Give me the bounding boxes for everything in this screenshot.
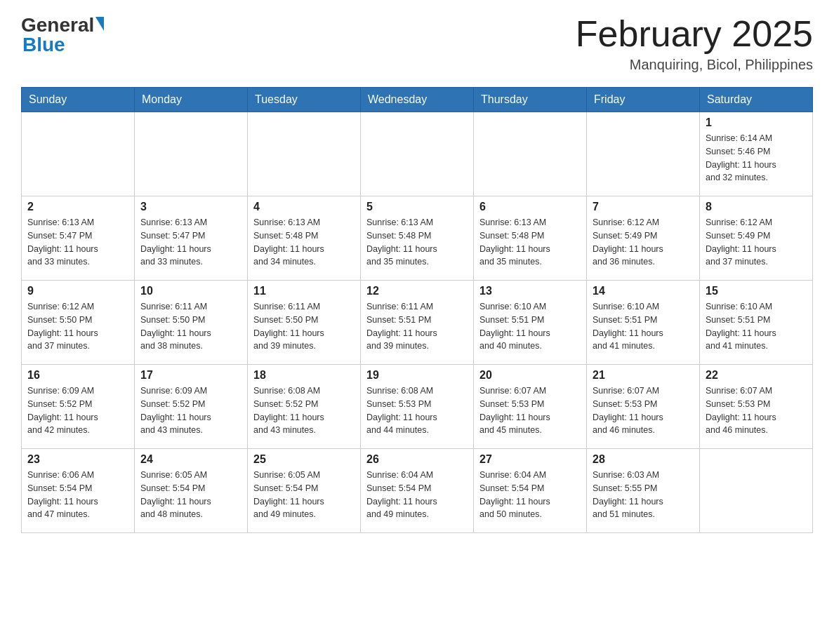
calendar-cell: 12Sunrise: 6:11 AMSunset: 5:51 PMDayligh… xyxy=(361,281,474,365)
day-info: Sunrise: 6:07 AMSunset: 5:53 PMDaylight:… xyxy=(593,384,694,437)
day-info: Sunrise: 6:11 AMSunset: 5:50 PMDaylight:… xyxy=(253,300,355,353)
week-row-1: 1Sunrise: 6:14 AMSunset: 5:46 PMDaylight… xyxy=(22,112,813,196)
calendar-cell: 9Sunrise: 6:12 AMSunset: 5:50 PMDaylight… xyxy=(22,281,135,365)
week-row-3: 9Sunrise: 6:12 AMSunset: 5:50 PMDaylight… xyxy=(22,281,813,365)
day-number: 2 xyxy=(27,201,128,213)
day-info: Sunrise: 6:04 AMSunset: 5:54 PMDaylight:… xyxy=(366,469,468,521)
weekday-header-saturday: Saturday xyxy=(700,88,813,112)
logo-blue-text: Blue xyxy=(22,34,65,55)
day-info: Sunrise: 6:10 AMSunset: 5:51 PMDaylight:… xyxy=(479,300,581,353)
calendar-cell xyxy=(700,449,813,533)
calendar-cell: 8Sunrise: 6:12 AMSunset: 5:49 PMDaylight… xyxy=(700,196,813,281)
calendar-cell: 17Sunrise: 6:09 AMSunset: 5:52 PMDayligh… xyxy=(135,365,248,449)
day-info: Sunrise: 6:07 AMSunset: 5:53 PMDaylight:… xyxy=(706,384,807,437)
weekday-header-sunday: Sunday xyxy=(22,88,135,112)
calendar-cell: 26Sunrise: 6:04 AMSunset: 5:54 PMDayligh… xyxy=(361,449,474,533)
calendar-cell: 19Sunrise: 6:08 AMSunset: 5:53 PMDayligh… xyxy=(361,365,474,449)
calendar-cell: 16Sunrise: 6:09 AMSunset: 5:52 PMDayligh… xyxy=(22,365,135,449)
day-info: Sunrise: 6:12 AMSunset: 5:49 PMDaylight:… xyxy=(593,216,694,269)
day-info: Sunrise: 6:13 AMSunset: 5:48 PMDaylight:… xyxy=(479,216,581,269)
day-number: 1 xyxy=(706,116,807,129)
day-number: 10 xyxy=(140,285,241,297)
day-info: Sunrise: 6:09 AMSunset: 5:52 PMDaylight:… xyxy=(27,384,128,437)
day-info: Sunrise: 6:06 AMSunset: 5:54 PMDaylight:… xyxy=(27,469,128,521)
calendar-cell xyxy=(22,112,135,196)
day-number: 7 xyxy=(593,201,694,213)
weekday-header-tuesday: Tuesday xyxy=(248,88,361,112)
day-number: 13 xyxy=(479,285,581,297)
day-info: Sunrise: 6:12 AMSunset: 5:50 PMDaylight:… xyxy=(27,300,128,353)
day-number: 20 xyxy=(479,369,581,382)
calendar-cell: 7Sunrise: 6:12 AMSunset: 5:49 PMDaylight… xyxy=(587,196,700,281)
day-number: 24 xyxy=(140,453,241,466)
calendar-cell: 22Sunrise: 6:07 AMSunset: 5:53 PMDayligh… xyxy=(700,365,813,449)
calendar-cell: 27Sunrise: 6:04 AMSunset: 5:54 PMDayligh… xyxy=(474,449,587,533)
day-number: 11 xyxy=(253,285,355,297)
day-info: Sunrise: 6:03 AMSunset: 5:55 PMDaylight:… xyxy=(593,469,694,521)
day-info: Sunrise: 6:07 AMSunset: 5:53 PMDaylight:… xyxy=(479,384,581,437)
day-info: Sunrise: 6:13 AMSunset: 5:48 PMDaylight:… xyxy=(253,216,355,269)
calendar-cell: 2Sunrise: 6:13 AMSunset: 5:47 PMDaylight… xyxy=(22,196,135,281)
weekday-header-friday: Friday xyxy=(587,88,700,112)
day-info: Sunrise: 6:09 AMSunset: 5:52 PMDaylight:… xyxy=(140,384,241,437)
day-number: 8 xyxy=(706,201,807,213)
calendar-cell: 20Sunrise: 6:07 AMSunset: 5:53 PMDayligh… xyxy=(474,365,587,449)
title-area: February 2025 Manquiring, Bicol, Philipp… xyxy=(576,14,813,73)
calendar-cell: 23Sunrise: 6:06 AMSunset: 5:54 PMDayligh… xyxy=(22,449,135,533)
day-info: Sunrise: 6:08 AMSunset: 5:53 PMDaylight:… xyxy=(366,384,468,437)
calendar-cell: 1Sunrise: 6:14 AMSunset: 5:46 PMDaylight… xyxy=(700,112,813,196)
day-info: Sunrise: 6:11 AMSunset: 5:50 PMDaylight:… xyxy=(140,300,241,353)
calendar-cell: 14Sunrise: 6:10 AMSunset: 5:51 PMDayligh… xyxy=(587,281,700,365)
day-number: 26 xyxy=(366,453,468,466)
calendar-cell: 10Sunrise: 6:11 AMSunset: 5:50 PMDayligh… xyxy=(135,281,248,365)
day-info: Sunrise: 6:05 AMSunset: 5:54 PMDaylight:… xyxy=(140,469,241,521)
day-number: 25 xyxy=(253,453,355,466)
day-number: 27 xyxy=(479,453,581,466)
calendar-cell xyxy=(587,112,700,196)
calendar-cell: 24Sunrise: 6:05 AMSunset: 5:54 PMDayligh… xyxy=(135,449,248,533)
day-info: Sunrise: 6:13 AMSunset: 5:47 PMDaylight:… xyxy=(140,216,241,269)
weekday-header-monday: Monday xyxy=(135,88,248,112)
calendar-cell: 25Sunrise: 6:05 AMSunset: 5:54 PMDayligh… xyxy=(248,449,361,533)
day-info: Sunrise: 6:05 AMSunset: 5:54 PMDaylight:… xyxy=(253,469,355,521)
week-row-4: 16Sunrise: 6:09 AMSunset: 5:52 PMDayligh… xyxy=(22,365,813,449)
week-row-5: 23Sunrise: 6:06 AMSunset: 5:54 PMDayligh… xyxy=(22,449,813,533)
weekday-header-wednesday: Wednesday xyxy=(361,88,474,112)
day-info: Sunrise: 6:13 AMSunset: 5:48 PMDaylight:… xyxy=(366,216,468,269)
week-row-2: 2Sunrise: 6:13 AMSunset: 5:47 PMDaylight… xyxy=(22,196,813,281)
day-number: 15 xyxy=(706,285,807,297)
calendar-cell xyxy=(135,112,248,196)
day-number: 16 xyxy=(27,369,128,382)
day-info: Sunrise: 6:12 AMSunset: 5:49 PMDaylight:… xyxy=(706,216,807,269)
day-info: Sunrise: 6:10 AMSunset: 5:51 PMDaylight:… xyxy=(706,300,807,353)
calendar-cell: 13Sunrise: 6:10 AMSunset: 5:51 PMDayligh… xyxy=(474,281,587,365)
calendar-cell: 21Sunrise: 6:07 AMSunset: 5:53 PMDayligh… xyxy=(587,365,700,449)
weekday-header-thursday: Thursday xyxy=(474,88,587,112)
day-number: 23 xyxy=(27,453,128,466)
day-number: 19 xyxy=(366,369,468,382)
calendar-cell: 28Sunrise: 6:03 AMSunset: 5:55 PMDayligh… xyxy=(587,449,700,533)
calendar-cell: 4Sunrise: 6:13 AMSunset: 5:48 PMDaylight… xyxy=(248,196,361,281)
calendar-cell xyxy=(361,112,474,196)
day-number: 12 xyxy=(366,285,468,297)
day-number: 17 xyxy=(140,369,241,382)
day-number: 28 xyxy=(593,453,694,466)
day-info: Sunrise: 6:14 AMSunset: 5:46 PMDaylight:… xyxy=(706,132,807,185)
day-info: Sunrise: 6:08 AMSunset: 5:52 PMDaylight:… xyxy=(253,384,355,437)
calendar-cell xyxy=(248,112,361,196)
day-number: 4 xyxy=(253,201,355,213)
calendar-cell: 15Sunrise: 6:10 AMSunset: 5:51 PMDayligh… xyxy=(700,281,813,365)
day-info: Sunrise: 6:11 AMSunset: 5:51 PMDaylight:… xyxy=(366,300,468,353)
page-header: General Blue February 2025 Manquiring, B… xyxy=(21,14,813,73)
day-number: 18 xyxy=(253,369,355,382)
calendar-cell: 6Sunrise: 6:13 AMSunset: 5:48 PMDaylight… xyxy=(474,196,587,281)
calendar-cell: 3Sunrise: 6:13 AMSunset: 5:47 PMDaylight… xyxy=(135,196,248,281)
day-info: Sunrise: 6:10 AMSunset: 5:51 PMDaylight:… xyxy=(593,300,694,353)
calendar-cell: 18Sunrise: 6:08 AMSunset: 5:52 PMDayligh… xyxy=(248,365,361,449)
calendar-cell: 11Sunrise: 6:11 AMSunset: 5:50 PMDayligh… xyxy=(248,281,361,365)
day-number: 14 xyxy=(593,285,694,297)
day-number: 21 xyxy=(593,369,694,382)
calendar-table: SundayMondayTuesdayWednesdayThursdayFrid… xyxy=(21,87,813,533)
month-title: February 2025 xyxy=(576,14,813,54)
day-number: 6 xyxy=(479,201,581,213)
